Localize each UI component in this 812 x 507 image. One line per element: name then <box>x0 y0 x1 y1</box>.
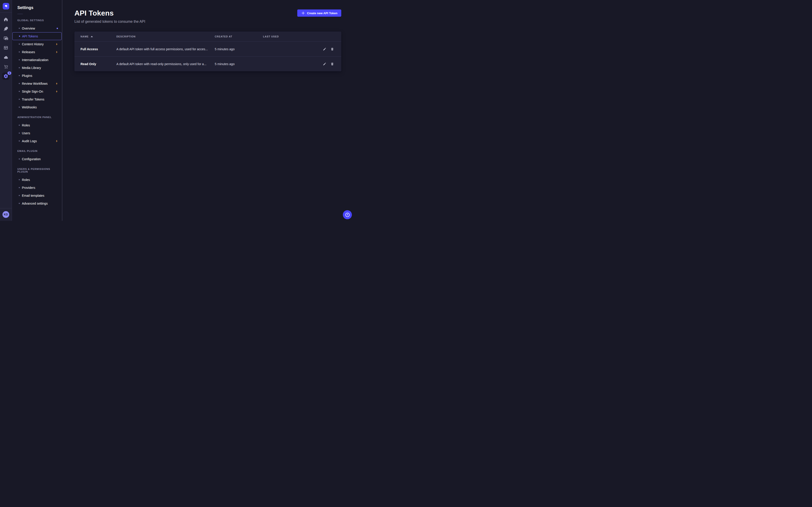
edit-token-button[interactable] <box>321 61 328 67</box>
section-email-plugin: Email plugin Configuration <box>12 150 62 163</box>
nav-settings-button[interactable]: 1 <box>2 72 9 80</box>
bullet-dot <box>19 158 20 160</box>
token-description: A default API token with read-only permi… <box>116 62 215 66</box>
sidebar-item-media-library[interactable]: Media Library <box>12 64 62 72</box>
cloud-icon <box>3 55 9 60</box>
section-users-permissions-plugin: Users & Permissions plugin Roles Provide… <box>12 168 62 207</box>
sidebar-item-transfer-tokens[interactable]: Transfer Tokens <box>12 95 62 103</box>
sidebar-item-email-templates[interactable]: Email templates <box>12 191 62 200</box>
layout-icon <box>3 45 8 50</box>
token-created-at: 5 minutes ago <box>215 47 263 51</box>
bullet-dot <box>19 132 20 133</box>
sidebar-item-up-roles[interactable]: Roles <box>12 176 62 184</box>
notification-dot <box>57 28 58 29</box>
page-subtitle: List of generated tokens to consume the … <box>74 19 145 24</box>
plus-icon <box>301 11 305 15</box>
help-button[interactable]: ? <box>343 210 352 219</box>
rail-bottom: KD <box>0 208 12 221</box>
nav-content-type-builder-button[interactable] <box>2 44 9 51</box>
strapi-logo[interactable] <box>3 3 9 9</box>
nav-media-library-button[interactable] <box>2 35 9 42</box>
sidebar-item-releases[interactable]: Releases <box>12 48 62 56</box>
column-header-name[interactable]: Name <box>74 35 116 38</box>
column-header-description: Description <box>116 35 215 38</box>
table-row-read-only[interactable]: Read Only A default API token with read-… <box>74 56 341 71</box>
nav-home-button[interactable] <box>2 16 9 23</box>
sidebar-item-admin-roles[interactable]: Roles <box>12 121 62 129</box>
bullet-dot <box>19 179 20 180</box>
sort-ascending-icon[interactable] <box>91 36 93 37</box>
bullet-dot <box>19 59 20 60</box>
section-label: Administration panel <box>17 116 57 118</box>
sidebar-item-review-workflows[interactable]: Review Workflows <box>12 79 62 88</box>
section-administration-panel: Administration panel Roles Users Audit L… <box>12 116 62 145</box>
feather-icon <box>3 26 8 31</box>
bullet-dot <box>19 99 20 100</box>
bullet-dot <box>19 36 20 37</box>
create-api-token-button[interactable]: Create new API Token <box>297 9 341 17</box>
table-header-row: Name Description Created at Last used <box>74 32 341 42</box>
nav-content-manager-button[interactable] <box>2 25 9 33</box>
bullet-dot <box>19 203 20 204</box>
lightning-icon <box>55 51 58 54</box>
sidebar-item-providers[interactable]: Providers <box>12 184 62 191</box>
table-row-full-access[interactable]: Full Access A default API token with ful… <box>74 42 341 56</box>
token-description: A default API token with full access per… <box>116 47 215 51</box>
bullet-dot <box>19 44 20 45</box>
sidebar-item-plugins[interactable]: Plugins <box>12 72 62 79</box>
settings-sidebar: Settings Global settings Overview API To… <box>12 0 62 221</box>
bullet-dot <box>19 187 20 188</box>
bullet-dot <box>19 140 20 142</box>
bullet-dot <box>19 67 20 68</box>
delete-token-button[interactable] <box>329 61 336 67</box>
sidebar-item-internationalization[interactable]: Internationalization <box>12 56 62 64</box>
bullet-dot <box>19 51 20 53</box>
pencil-icon <box>323 62 326 66</box>
bullet-dot <box>19 91 20 92</box>
shopping-cart-icon <box>3 64 9 69</box>
lightning-icon <box>55 139 58 143</box>
page-header: API Tokens List of generated tokens to c… <box>74 9 341 24</box>
user-avatar[interactable]: KD <box>2 211 9 218</box>
bullet-dot <box>19 125 20 126</box>
column-header-last-used: Last used <box>263 35 318 38</box>
sidebar-item-content-history[interactable]: Content History <box>12 40 62 48</box>
rail-divider <box>0 12 12 13</box>
api-tokens-table: Name Description Created at Last used Fu… <box>74 32 341 71</box>
lightning-icon <box>55 82 58 85</box>
main-nav-rail: 1 KD <box>0 0 12 221</box>
bullet-dot <box>19 195 20 196</box>
main-content: API Tokens List of generated tokens to c… <box>62 0 354 221</box>
nav-marketplace-button[interactable] <box>2 63 9 70</box>
section-global-settings: Global settings Overview API Tokens Cont… <box>12 19 62 111</box>
sidebar-item-api-tokens[interactable]: API Tokens <box>12 32 62 40</box>
edit-token-button[interactable] <box>321 46 328 52</box>
sidebar-item-advanced-settings[interactable]: Advanced settings <box>12 200 62 207</box>
sidebar-title: Settings <box>17 5 62 10</box>
trash-icon <box>331 62 334 66</box>
sidebar-item-overview[interactable]: Overview <box>12 24 62 32</box>
sidebar-item-single-sign-on[interactable]: Single Sign-On <box>12 88 62 95</box>
lightning-icon <box>55 90 58 93</box>
sidebar-title-divider <box>17 14 23 14</box>
sidebar-item-webhooks[interactable]: Webhooks <box>12 103 62 111</box>
section-label: Global settings <box>17 19 57 22</box>
delete-token-button[interactable] <box>329 46 336 52</box>
lightning-icon <box>55 43 58 46</box>
column-header-created-at: Created at <box>215 35 263 38</box>
strapi-logo-icon <box>4 4 8 8</box>
gear-icon <box>3 74 8 79</box>
home-icon <box>3 17 8 22</box>
nav-deploy-button[interactable] <box>2 54 9 61</box>
bullet-dot <box>19 75 20 76</box>
bullet-dot <box>19 83 20 84</box>
sidebar-item-audit-logs[interactable]: Audit Logs <box>12 137 62 145</box>
pencil-icon <box>323 47 326 51</box>
page-title: API Tokens <box>74 9 145 17</box>
sidebar-item-admin-users[interactable]: Users <box>12 129 62 137</box>
settings-notification-badge: 1 <box>7 71 11 75</box>
strapi-settings-app: 1 KD Settings Global settings Overview A… <box>0 0 354 221</box>
bullet-dot <box>19 107 20 108</box>
sidebar-item-email-configuration[interactable]: Configuration <box>12 155 62 163</box>
token-name: Full Access <box>74 47 116 51</box>
